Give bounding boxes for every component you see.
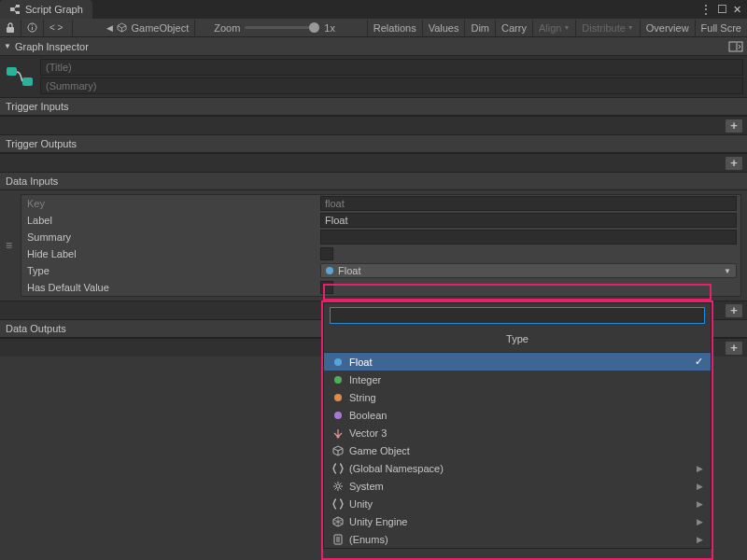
- dot-icon: [331, 412, 345, 419]
- dot-icon: [331, 358, 345, 366]
- prop-type-label: Type: [21, 265, 320, 276]
- key-field[interactable]: [320, 196, 737, 211]
- vec-icon: [331, 427, 345, 439]
- unity-icon: [331, 516, 345, 527]
- type-option[interactable]: Unity Engine▶: [324, 512, 711, 530]
- dropdown-arrow-icon: ▼: [724, 267, 731, 275]
- chevron-right-icon: ▶: [697, 482, 703, 491]
- type-value: Float: [338, 265, 360, 276]
- type-dropdown-button[interactable]: Float ▼: [320, 263, 737, 278]
- type-option[interactable]: (Global Namespace)▶: [324, 459, 711, 477]
- code-button[interactable]: < >: [44, 20, 73, 36]
- section-trigger-inputs: Trigger Inputs: [0, 97, 747, 116]
- popup-title: Type: [324, 328, 711, 353]
- relations-button[interactable]: Relations: [367, 20, 422, 36]
- add-trigger-output-button[interactable]: +: [725, 156, 743, 171]
- add-data-input-button[interactable]: +: [725, 303, 743, 318]
- collapse-icon[interactable]: [728, 41, 743, 52]
- prop-label-label: Label: [21, 215, 320, 226]
- drag-handle-icon[interactable]: ≡: [6, 239, 12, 252]
- summary-field[interactable]: [320, 230, 737, 245]
- chevron-right-icon: ▶: [697, 535, 703, 544]
- carry-button[interactable]: Carry: [495, 20, 532, 36]
- ns-icon: [331, 463, 345, 474]
- values-button[interactable]: Values: [422, 20, 465, 36]
- align-button[interactable]: Align▼: [532, 20, 575, 36]
- gear-icon: [331, 481, 345, 492]
- prop-key-label: Key: [21, 198, 320, 209]
- type-option[interactable]: System▶: [324, 477, 711, 495]
- type-option-label: (Enums): [349, 534, 388, 545]
- type-option[interactable]: Game Object: [324, 441, 711, 459]
- type-option[interactable]: Integer: [324, 371, 711, 388]
- float-dot-icon: [326, 267, 333, 274]
- type-list: Float✓IntegerStringBooleanVector 3Game O…: [324, 353, 711, 548]
- type-option-label: System: [349, 481, 384, 492]
- chevron-right-icon: ▶: [697, 517, 703, 526]
- dot-icon: [331, 394, 345, 401]
- tab-script-graph[interactable]: Script Graph: [0, 0, 92, 19]
- graph-header: [0, 56, 747, 97]
- svg-rect-8: [7, 67, 17, 76]
- add-trigger-input-button[interactable]: +: [725, 119, 743, 133]
- lock-button[interactable]: [0, 20, 21, 36]
- type-option[interactable]: Boolean: [324, 406, 711, 424]
- zoom-slider[interactable]: [245, 26, 319, 29]
- type-option-label: (Global Namespace): [349, 463, 444, 474]
- close-icon[interactable]: ✕: [733, 4, 741, 16]
- type-option-label: Integer: [349, 374, 381, 385]
- enum-icon: [331, 534, 345, 545]
- check-icon: ✓: [695, 356, 703, 368]
- kebab-icon[interactable]: ⋮: [700, 3, 712, 16]
- dot-icon: [331, 376, 345, 384]
- prop-hasdefault-label: Has Default Value: [21, 282, 320, 293]
- title-input[interactable]: [40, 59, 743, 76]
- type-popup: 🔍 Type Float✓IntegerStringBooleanVector …: [323, 302, 712, 549]
- type-search-input[interactable]: [330, 307, 705, 324]
- hidelabel-checkbox[interactable]: [320, 247, 333, 260]
- type-option[interactable]: Unity▶: [324, 495, 711, 512]
- svg-rect-5: [32, 27, 33, 30]
- distribute-button[interactable]: Distribute▼: [575, 20, 639, 36]
- gameobject-crumb[interactable]: ◀ GameObject: [101, 20, 195, 36]
- inspector-title: Graph Inspector: [15, 41, 89, 52]
- type-option[interactable]: (Enums)▶: [324, 530, 711, 548]
- type-option-label: Boolean: [349, 410, 387, 421]
- type-option-label: String: [349, 392, 376, 403]
- overview-button[interactable]: Overview: [640, 20, 695, 36]
- graph-icon: [9, 4, 21, 15]
- foldout-icon[interactable]: ▼: [4, 42, 11, 50]
- data-input-item: Key Label Summary Hide Label Type Float …: [21, 194, 741, 297]
- type-option[interactable]: Float✓: [324, 353, 711, 371]
- zoom-control[interactable]: Zoom 1x: [214, 22, 335, 34]
- section-trigger-outputs: Trigger Outputs: [0, 134, 747, 153]
- chevron-right-icon: ▶: [697, 464, 703, 473]
- prop-hidelabel-label: Hide Label: [21, 248, 320, 259]
- summary-input[interactable]: [40, 77, 743, 94]
- dim-button[interactable]: Dim: [464, 20, 495, 36]
- add-data-output-button[interactable]: +: [725, 341, 743, 356]
- svg-rect-0: [10, 7, 14, 11]
- zoom-label: Zoom: [214, 22, 240, 34]
- svg-rect-2: [16, 11, 20, 14]
- svg-rect-9: [22, 77, 33, 86]
- type-option-label: Vector 3: [349, 427, 387, 439]
- toolbar: < > ◀ GameObject Zoom 1x Relations Value…: [0, 19, 747, 37]
- hasdefault-checkbox[interactable]: [320, 281, 333, 294]
- fullscreen-button[interactable]: Full Scre: [695, 20, 747, 36]
- zoom-value: 1x: [324, 22, 335, 34]
- maximize-icon[interactable]: ☐: [717, 3, 727, 16]
- type-option[interactable]: String: [324, 388, 711, 406]
- inspector-header: ▼ Graph Inspector: [0, 37, 747, 56]
- type-option-label: Game Object: [349, 445, 410, 456]
- svg-rect-6: [32, 25, 33, 26]
- info-button[interactable]: [21, 20, 44, 36]
- type-option-label: Unity Engine: [349, 516, 407, 527]
- svg-rect-1: [16, 5, 20, 7]
- section-data-inputs: Data Inputs: [0, 172, 747, 190]
- tab-label: Script Graph: [25, 4, 83, 15]
- type-option[interactable]: Vector 3: [324, 424, 711, 441]
- ns-icon: [331, 498, 345, 510]
- label-field[interactable]: [320, 213, 737, 228]
- prop-summary-label: Summary: [21, 231, 320, 243]
